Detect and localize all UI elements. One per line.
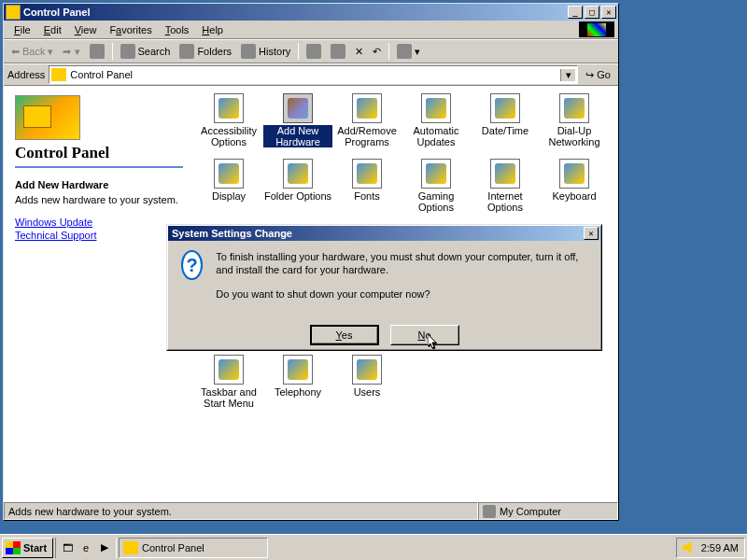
undo-button[interactable]: ↶ — [369, 44, 385, 60]
menu-favorites[interactable]: Favorites — [103, 22, 158, 37]
icon-gaming-options[interactable]: Gaming Options — [402, 159, 471, 224]
clock[interactable]: 2:59 AM — [701, 542, 739, 553]
icon-automatic-updates[interactable]: Automatic Updates — [402, 93, 471, 159]
link-technical-support[interactable]: Technical Support — [15, 230, 179, 241]
up-button[interactable] — [86, 42, 108, 61]
volume-icon[interactable] — [683, 541, 696, 554]
icon-date-time[interactable]: Date/Time — [471, 93, 540, 159]
folders-icon — [179, 44, 194, 59]
icon-add-new-hardware[interactable]: Add New Hardware — [263, 93, 332, 159]
question-icon: ? — [181, 250, 203, 280]
delete-button[interactable]: ✕ — [351, 44, 367, 60]
menu-view[interactable]: View — [68, 22, 104, 37]
icon-dial-up-networking[interactable]: Dial-Up Networking — [540, 93, 609, 159]
start-button[interactable]: Start — [2, 538, 53, 558]
menubar: File Edit View Favorites Tools Help — [4, 21, 618, 39]
statusbar: Adds new hardware to your system. My Com… — [4, 501, 618, 520]
icon-display[interactable]: Display — [194, 159, 263, 224]
address-input[interactable]: Control Panel ▾ — [49, 65, 578, 84]
icon-telephony[interactable]: Telephony — [263, 355, 332, 420]
address-label: Address — [7, 69, 45, 80]
show-desktop-icon[interactable]: 🗔 — [58, 539, 77, 557]
maximize-button[interactable]: □ — [585, 6, 599, 19]
status-zone: My Computer — [478, 502, 618, 520]
moveto-button[interactable] — [303, 42, 325, 61]
icon-accessibility-options[interactable]: Accessibility Options — [194, 93, 263, 159]
menu-edit[interactable]: Edit — [37, 22, 68, 37]
ie-icon[interactable]: e — [77, 539, 95, 557]
history-button[interactable]: History — [237, 42, 294, 61]
quick-launch: 🗔 e ▶ — [55, 538, 117, 558]
computer-icon — [483, 505, 496, 518]
menu-file[interactable]: File — [7, 22, 37, 37]
icon-fonts[interactable]: Fonts — [332, 159, 402, 224]
close-button[interactable]: ✕ — [601, 6, 616, 19]
yes-button[interactable]: Yes — [310, 325, 379, 345]
minimize-button[interactable]: _ — [568, 6, 583, 19]
icon-keyboard[interactable]: Keyboard — [540, 159, 609, 224]
history-icon — [241, 44, 256, 59]
icon-taskbar-start-menu[interactable]: Taskbar and Start Menu — [194, 355, 263, 420]
icon-folder-options[interactable]: Folder Options — [263, 159, 332, 224]
sidebar: Control Panel Add New Hardware Adds new … — [4, 86, 190, 501]
link-windows-update[interactable]: Windows Update — [15, 217, 179, 228]
dialog-close-button[interactable]: ✕ — [584, 227, 599, 240]
menu-tools[interactable]: Tools — [159, 22, 196, 37]
address-bar: Address Control Panel ▾ ↪ Go — [4, 63, 618, 86]
taskbar-item-control-panel[interactable]: Control Panel — [119, 538, 268, 558]
back-button[interactable]: ⬅ Back ▾ — [7, 44, 57, 60]
windows-logo-icon — [6, 541, 21, 554]
views-button[interactable]: ▾ — [393, 42, 424, 61]
icon-add-remove-programs[interactable]: Add/Remove Programs — [332, 93, 402, 159]
search-icon — [120, 44, 135, 59]
dialog-text: To finish installing your hardware, you … — [216, 250, 587, 312]
folders-button[interactable]: Folders — [176, 42, 235, 61]
taskbar: Start 🗔 e ▶ Control Panel 2:59 AM — [0, 534, 747, 560]
selected-item-desc: Adds new hardware to your system. — [15, 194, 179, 205]
menu-help[interactable]: Help — [195, 22, 230, 37]
go-button[interactable]: ↪ Go — [582, 67, 614, 83]
system-tray[interactable]: 2:59 AM — [676, 538, 745, 558]
folder-icon — [6, 5, 21, 20]
copyto-button[interactable] — [327, 42, 349, 61]
page-title: Control Panel — [15, 144, 179, 162]
selected-item-name: Add New Hardware — [15, 179, 179, 190]
folder-icon — [123, 541, 138, 554]
window-title: Control Panel — [23, 7, 566, 18]
titlebar[interactable]: Control Panel _ □ ✕ — [4, 4, 618, 21]
dialog-title: System Settings Change — [170, 228, 582, 239]
media-player-icon[interactable]: ▶ — [95, 539, 114, 557]
no-button[interactable]: No — [390, 325, 459, 345]
icon-internet-options[interactable]: Internet Options — [471, 159, 540, 224]
forward-button[interactable]: ➡ ▾ — [59, 44, 83, 60]
dialog-system-settings-change: System Settings Change ✕ ? To finish ins… — [166, 224, 602, 351]
toolbar: ⬅ Back ▾ ➡ ▾ Search Folders History ✕ ↶ … — [4, 39, 618, 63]
chevron-down-icon[interactable]: ▾ — [560, 69, 575, 81]
dialog-titlebar[interactable]: System Settings Change ✕ — [168, 226, 600, 241]
status-text: Adds new hardware to your system. — [4, 502, 478, 520]
folder-icon — [51, 68, 66, 81]
sidebar-banner-icon — [15, 95, 80, 140]
icon-users[interactable]: Users — [332, 355, 402, 420]
windows-logo-icon — [579, 21, 614, 37]
search-button[interactable]: Search — [117, 42, 175, 61]
